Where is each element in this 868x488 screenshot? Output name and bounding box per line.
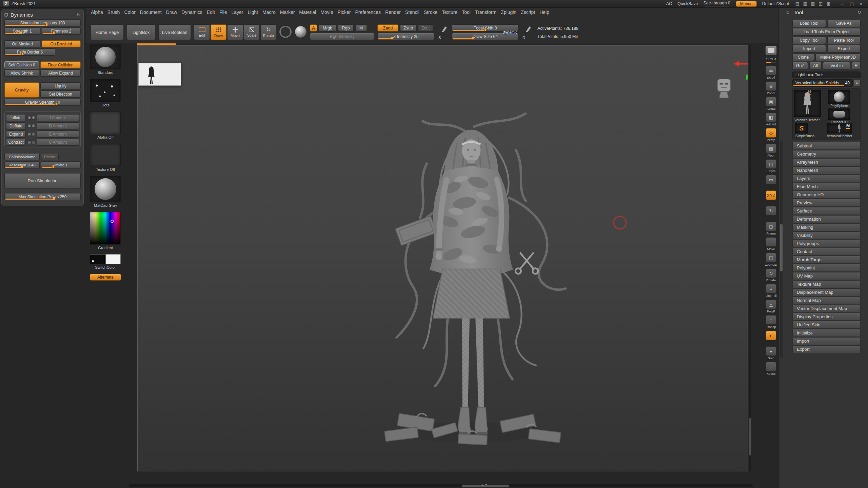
layout-icon-2[interactable]: ▥ bbox=[802, 1, 808, 6]
dock-arrow-icon[interactable]: « bbox=[786, 9, 789, 15]
right-shelf-button[interactable]: ● Solo bbox=[766, 346, 776, 360]
current-stroke-button[interactable] bbox=[90, 79, 121, 102]
head-preview-icon[interactable] bbox=[714, 77, 734, 101]
menu-item[interactable]: Edit bbox=[207, 9, 215, 15]
right-shelf-button[interactable]: ⇆ Scroll bbox=[766, 66, 776, 79]
current-texture-button[interactable] bbox=[90, 144, 121, 166]
menu-item[interactable]: Layer bbox=[232, 9, 243, 15]
layout-icon-5[interactable]: ▣ bbox=[826, 1, 831, 6]
right-shelf-button[interactable]: △ PolyF bbox=[766, 300, 776, 313]
subpalette-button[interactable]: Contact bbox=[792, 248, 861, 256]
floor-collision-button[interactable]: Floor Collision bbox=[40, 61, 81, 68]
axis-toggle-icon[interactable]: a z bbox=[27, 124, 36, 128]
menu-item[interactable]: Render bbox=[385, 9, 401, 15]
zsub-button[interactable]: Zsub bbox=[400, 24, 416, 32]
refresh-icon[interactable]: ↻ bbox=[857, 9, 861, 15]
subpalette-button[interactable]: Initialize bbox=[792, 329, 861, 337]
set-direction-button[interactable]: Set Direction bbox=[40, 90, 81, 98]
strength-slider[interactable]: Strength 1 bbox=[4, 27, 40, 35]
subpalette-button[interactable]: Texture Map bbox=[792, 280, 861, 288]
scroll-arrows-icon[interactable]: ▲▼ bbox=[481, 484, 488, 486]
subpalette-button[interactable]: Unified Skin bbox=[792, 321, 861, 329]
make-polymesh3d-button[interactable]: Make PolyMesh3D bbox=[815, 54, 861, 61]
menu-item[interactable]: Picker bbox=[338, 9, 351, 15]
max-simulation-points-slider[interactable]: Max Simulation Points 250 bbox=[4, 193, 81, 200]
goz-r-button[interactable]: R bbox=[852, 62, 861, 69]
maximize-button[interactable]: ▢ bbox=[848, 1, 855, 6]
material-sphere-icon[interactable] bbox=[295, 26, 307, 38]
menu-item[interactable]: Transform bbox=[475, 9, 496, 15]
amount-button[interactable]: Deflate bbox=[6, 122, 26, 129]
right-shelf-button[interactable]: ▭ bbox=[766, 175, 776, 188]
menu-item[interactable]: Help bbox=[539, 9, 549, 15]
dynamic-mode-toggle[interactable]: Dynamic bbox=[502, 30, 517, 34]
z-intensity-slider[interactable]: Z Intensity 25 bbox=[377, 33, 434, 40]
menu-item[interactable]: Marker bbox=[280, 9, 295, 15]
axis-gizmo-icon[interactable] bbox=[733, 60, 748, 82]
load-tools-from-project-button[interactable]: Load Tools From Project bbox=[792, 28, 861, 36]
right-shelf-button[interactable]: ◐ bbox=[766, 331, 776, 344]
right-shelf-button[interactable]: ◫ L.Sym bbox=[766, 159, 776, 173]
firmness-slider[interactable]: Firmness 2 bbox=[42, 27, 81, 35]
amount-button[interactable]: Expand bbox=[6, 130, 26, 138]
menu-item[interactable]: Alpha bbox=[91, 9, 103, 15]
fade-border-slider[interactable]: Fade Border 6 bbox=[4, 48, 55, 56]
cylinder3d-thumbnail[interactable] bbox=[828, 108, 850, 120]
menu-item[interactable]: File bbox=[219, 9, 227, 15]
amount-button[interactable]: Contract bbox=[6, 139, 26, 146]
document-canvas[interactable] bbox=[137, 45, 748, 471]
subpalette-button[interactable]: Masking bbox=[792, 223, 861, 231]
export-button[interactable]: Export bbox=[827, 45, 861, 53]
m-button[interactable]: M bbox=[355, 24, 367, 32]
amount-slider[interactable]: C Amount bbox=[37, 139, 79, 146]
edit-mode-button[interactable]: Edit bbox=[194, 24, 210, 40]
menu-item[interactable]: Color bbox=[124, 9, 135, 15]
subpalette-button[interactable]: NanoMesh bbox=[792, 166, 861, 174]
axis-toggle-icon[interactable]: a z bbox=[27, 116, 36, 120]
copy-tool-button[interactable]: Copy Tool bbox=[792, 37, 826, 44]
subpalette-button[interactable]: Export bbox=[792, 345, 861, 353]
subpalette-button[interactable]: Morph Target bbox=[792, 256, 861, 264]
menu-item[interactable]: Stencil bbox=[405, 9, 419, 15]
run-simulation-button[interactable]: Run Simulation bbox=[4, 173, 81, 188]
tool-scrollbar-handle[interactable] bbox=[780, 224, 783, 271]
subpalette-button[interactable]: UV Map bbox=[792, 272, 861, 280]
canvas-vertical-scrollbar[interactable] bbox=[749, 45, 751, 471]
right-shelf-button[interactable]: ↻ bbox=[766, 206, 776, 220]
active-tool-slider[interactable]: VeronicaHeatherShields. 49 bbox=[792, 79, 853, 87]
current-alpha-button[interactable] bbox=[90, 111, 121, 134]
scale-mode-button[interactable]: Scale bbox=[244, 24, 260, 40]
menus-toggle-button[interactable]: Menus bbox=[736, 1, 757, 7]
goz-visible-button[interactable]: Visible bbox=[823, 62, 850, 69]
menu-item[interactable]: Movie bbox=[320, 9, 333, 15]
menu-item[interactable]: Zscript bbox=[521, 9, 535, 15]
mrgb-button[interactable]: Mrgb bbox=[319, 24, 336, 32]
polysphere-thumbnail[interactable] bbox=[828, 90, 850, 104]
refresh-icon[interactable]: ↻ bbox=[77, 12, 81, 18]
layout-icon-3[interactable]: ▦ bbox=[810, 1, 816, 6]
tool-scrollbar-track[interactable] bbox=[780, 141, 783, 358]
on-brushed-button[interactable]: On Brushed bbox=[42, 40, 81, 47]
menu-item[interactable]: Brush bbox=[107, 9, 120, 15]
menu-item[interactable]: Draw bbox=[166, 9, 177, 15]
menu-item[interactable]: Stroke bbox=[424, 9, 437, 15]
subpalette-button[interactable]: Geometry HD bbox=[792, 191, 861, 199]
menu-item[interactable]: Tool bbox=[462, 9, 471, 15]
active-tool-thumbnail[interactable] bbox=[794, 90, 821, 117]
amount-slider[interactable]: I Amount bbox=[37, 114, 79, 121]
see-through-slider[interactable]: See-through 0 bbox=[704, 1, 730, 7]
collision-volume-button[interactable]: CollisionVolume bbox=[4, 153, 40, 160]
subpalette-button[interactable]: Display Properties bbox=[792, 313, 861, 321]
right-shelf-button[interactable]: ◲ Zoom3D bbox=[765, 253, 777, 266]
rotate-mode-button[interactable]: ↻ Rotate bbox=[260, 24, 276, 40]
menu-item[interactable]: Texture bbox=[442, 9, 457, 15]
document-thumbnail[interactable] bbox=[138, 63, 181, 86]
default-zscript-button[interactable]: DefaultZScript bbox=[762, 1, 789, 6]
lightbox-button[interactable]: LightBox bbox=[127, 24, 155, 40]
stylus-size-icon[interactable]: S bbox=[437, 24, 449, 40]
gravity-strength-slider[interactable]: Gravity Strength 10 bbox=[4, 99, 81, 106]
subpalette-button[interactable]: Surface bbox=[792, 207, 861, 215]
self-collision-slider[interactable]: Self Collision 0 bbox=[4, 61, 39, 68]
menu-item[interactable]: Dynamics bbox=[181, 9, 202, 15]
layout-icon-4[interactable]: ◫ bbox=[818, 1, 824, 6]
